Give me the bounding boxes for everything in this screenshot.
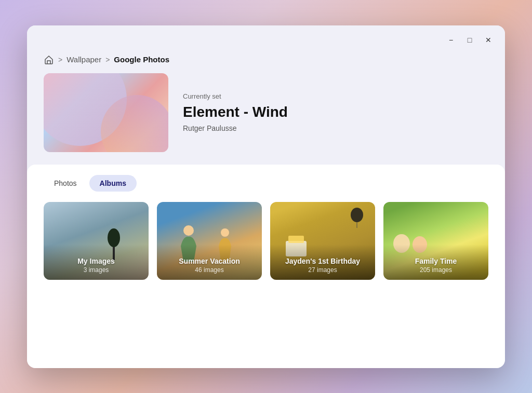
title-bar: − □ ✕ xyxy=(27,25,505,50)
svg-point-6 xyxy=(351,208,363,222)
album-count: 27 images xyxy=(308,266,337,274)
album-card[interactable]: My Images 3 images xyxy=(44,202,149,280)
album-name: Summer Vacation xyxy=(179,257,240,265)
breadcrumb-wallpaper[interactable]: Wallpaper xyxy=(66,55,101,64)
balloon-icon xyxy=(349,207,365,228)
wallpaper-title: Element - Wind xyxy=(183,103,288,121)
album-overlay: Summer Vacation 46 images xyxy=(157,245,262,280)
svg-point-3 xyxy=(221,228,229,237)
svg-rect-5 xyxy=(288,236,304,243)
currently-set-label: Currently set xyxy=(183,92,288,100)
current-wallpaper-thumbnail[interactable] xyxy=(44,73,168,152)
svg-point-2 xyxy=(183,225,194,236)
album-card[interactable]: Summer Vacation 46 images xyxy=(157,202,262,280)
album-card[interactable]: Family Time 205 images xyxy=(383,202,488,280)
album-name: Family Time xyxy=(415,257,457,265)
album-count: 205 images xyxy=(420,266,452,274)
main-content: Photos Albums My Images 3 images xyxy=(27,165,505,368)
wallpaper-author: Rutger Paulusse xyxy=(183,124,288,132)
tabs-bar: Photos Albums xyxy=(44,175,488,192)
tab-photos[interactable]: Photos xyxy=(44,175,87,192)
home-icon[interactable] xyxy=(44,55,54,65)
minimize-button[interactable]: − xyxy=(443,32,459,48)
album-card[interactable]: Jayden's 1st Birthday 27 images xyxy=(270,202,375,280)
breadcrumb-sep-1: > xyxy=(58,56,62,64)
breadcrumb: > Wallpaper > Google Photos xyxy=(27,50,505,73)
album-overlay: Family Time 205 images xyxy=(383,245,488,280)
album-count: 46 images xyxy=(195,266,223,274)
albums-grid: My Images 3 images Summer Vacatio xyxy=(44,202,488,351)
album-name: My Images xyxy=(77,257,115,265)
breadcrumb-sep-2: > xyxy=(105,56,110,64)
close-button[interactable]: ✕ xyxy=(480,32,497,48)
current-wallpaper-info: Currently set Element - Wind Rutger Paul… xyxy=(183,92,288,132)
album-overlay: My Images 3 images xyxy=(44,245,149,280)
album-name: Jayden's 1st Birthday xyxy=(285,257,360,265)
breadcrumb-google-photos: Google Photos xyxy=(114,55,169,64)
maximize-button[interactable]: □ xyxy=(461,32,478,48)
current-wallpaper-section: Currently set Element - Wind Rutger Paul… xyxy=(27,73,505,165)
album-count: 3 images xyxy=(84,266,109,274)
app-window: − □ ✕ > Wallpaper > Google Photos Curren… xyxy=(27,25,505,368)
album-overlay: Jayden's 1st Birthday 27 images xyxy=(270,245,375,280)
tab-albums[interactable]: Albums xyxy=(89,175,137,192)
